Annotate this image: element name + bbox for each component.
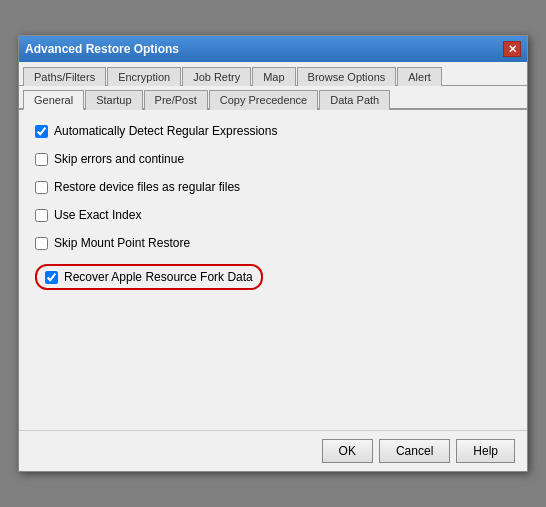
label-auto-detect: Automatically Detect Regular Expressions xyxy=(54,124,277,138)
tab-encryption[interactable]: Encryption xyxy=(107,67,181,86)
checkbox-skip-errors[interactable] xyxy=(35,153,48,166)
close-button[interactable]: ✕ xyxy=(503,41,521,57)
content-area: Automatically Detect Regular Expressions… xyxy=(19,110,527,430)
tab-map[interactable]: Map xyxy=(252,67,295,86)
label-recover-apple: Recover Apple Resource Fork Data xyxy=(64,270,253,284)
tab-row-1: Paths/Filters Encryption Job Retry Map B… xyxy=(19,62,527,86)
option-restore-device: Restore device files as regular files xyxy=(35,180,511,194)
label-exact-index: Use Exact Index xyxy=(54,208,141,222)
ok-button[interactable]: OK xyxy=(322,439,373,463)
label-skip-mount: Skip Mount Point Restore xyxy=(54,236,190,250)
checkbox-exact-index[interactable] xyxy=(35,209,48,222)
label-restore-device: Restore device files as regular files xyxy=(54,180,240,194)
tab-job-retry[interactable]: Job Retry xyxy=(182,67,251,86)
checkbox-skip-mount[interactable] xyxy=(35,237,48,250)
tab-copy-precedence[interactable]: Copy Precedence xyxy=(209,90,318,110)
tab-row-2: General Startup Pre/Post Copy Precedence… xyxy=(19,86,527,110)
label-skip-errors: Skip errors and continue xyxy=(54,152,184,166)
option-skip-mount: Skip Mount Point Restore xyxy=(35,236,511,250)
cancel-button[interactable]: Cancel xyxy=(379,439,450,463)
tab-browse-options[interactable]: Browse Options xyxy=(297,67,397,86)
advanced-restore-options-window: Advanced Restore Options ✕ Paths/Filters… xyxy=(18,35,528,472)
footer: OK Cancel Help xyxy=(19,430,527,471)
tab-pre-post[interactable]: Pre/Post xyxy=(144,90,208,110)
checkbox-auto-detect[interactable] xyxy=(35,125,48,138)
tab-alert[interactable]: Alert xyxy=(397,67,442,86)
option-auto-detect: Automatically Detect Regular Expressions xyxy=(35,124,511,138)
tab-data-path[interactable]: Data Path xyxy=(319,90,390,110)
window-title: Advanced Restore Options xyxy=(25,42,179,56)
checkbox-restore-device[interactable] xyxy=(35,181,48,194)
option-recover-apple: Recover Apple Resource Fork Data xyxy=(35,264,263,290)
tab-paths-filters[interactable]: Paths/Filters xyxy=(23,67,106,86)
option-exact-index: Use Exact Index xyxy=(35,208,511,222)
checkbox-recover-apple[interactable] xyxy=(45,271,58,284)
title-bar: Advanced Restore Options ✕ xyxy=(19,36,527,62)
tab-general[interactable]: General xyxy=(23,90,84,110)
option-skip-errors: Skip errors and continue xyxy=(35,152,511,166)
tab-startup[interactable]: Startup xyxy=(85,90,142,110)
help-button[interactable]: Help xyxy=(456,439,515,463)
